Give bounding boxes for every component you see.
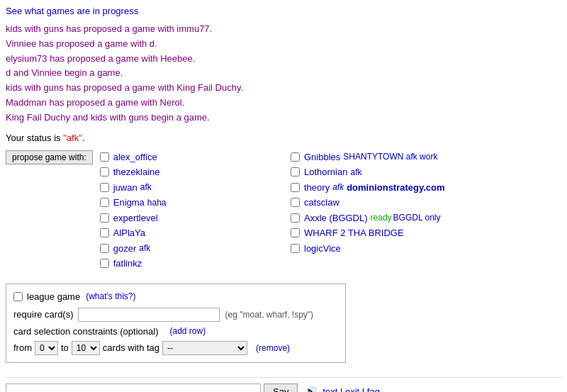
eg-text: (eg "moat, wharf, !spy") [225, 310, 314, 320]
from-to-row: from 012345 to 012345678910 cards with t… [13, 341, 338, 355]
activity-line-5: kids with guns has proposed a game with … [6, 81, 561, 96]
status-value: "afk" [63, 133, 82, 143]
list-item: fatlinkz [100, 257, 167, 271]
cards-label: cards with tag [103, 342, 159, 353]
player-name[interactable]: theory [304, 181, 330, 195]
player-name[interactable]: WHARF 2 THA BRIDGE [304, 226, 404, 240]
player-checkbox[interactable] [291, 167, 300, 177]
player-link[interactable]: dominionstrategy.com [347, 181, 444, 195]
player-name[interactable]: gozer [113, 242, 137, 256]
activity-line-2: Vinniee has proposed a game with d. [6, 37, 561, 52]
player-status: SHANTYTOWN afk work [343, 150, 437, 163]
player-name[interactable]: expertlevel [113, 211, 158, 225]
player-status: haha [147, 196, 167, 209]
list-item: juwan afk [100, 181, 167, 195]
see-games-link[interactable]: See what games are in progress [6, 6, 561, 16]
list-item: AlPlaYa [100, 226, 167, 240]
require-row: require card(s) (eg "moat, wharf, !spy") [13, 308, 338, 322]
require-label: require card(s) [13, 309, 74, 320]
list-item: alex_office [100, 150, 167, 164]
list-item: thezeklaine [100, 165, 167, 179]
whats-this-link[interactable]: (what's this?) [86, 291, 135, 301]
status-line: Your status is "afk". [6, 133, 561, 143]
player-name[interactable]: Axxle (BGGDL) [304, 211, 368, 225]
constraints-row: card selection constraints (optional) (a… [13, 326, 338, 337]
player-checkbox[interactable] [100, 167, 109, 177]
bottom-links: text | exit | faq [322, 386, 380, 392]
player-checkbox[interactable] [100, 259, 109, 268]
status-prefix: Your status is [6, 133, 63, 143]
player-status: afk [350, 166, 361, 179]
player-checkbox[interactable] [100, 213, 109, 223]
player-checkbox[interactable] [100, 152, 109, 162]
propose-row: propose game with: alex_office thezeklai… [6, 150, 276, 272]
list-item: Enigma haha [100, 196, 167, 210]
left-player-list: alex_office thezeklaine juwan afk Enigma… [100, 150, 167, 272]
list-item: gozer afk [100, 242, 167, 256]
player-name[interactable]: juwan [113, 181, 137, 195]
player-status: afk [139, 242, 150, 254]
player-checkbox[interactable] [291, 152, 300, 162]
player-checkbox[interactable] [100, 244, 109, 253]
separator-1: | [340, 386, 345, 392]
faq-link[interactable]: faq [367, 386, 380, 392]
right-column: Gnibbles SHANTYTOWN afk work Lothornian … [291, 150, 561, 276]
from-select[interactable]: 012345 [35, 341, 58, 355]
list-item: Lothornian afk [291, 165, 561, 179]
list-item: catsclaw [291, 196, 561, 210]
list-item: theory afk dominionstrategy.com [291, 181, 561, 195]
activity-line-1: kids with guns has proposed a game with … [6, 22, 561, 37]
remove-link[interactable]: (remove) [256, 343, 290, 353]
right-player-list: Gnibbles SHANTYTOWN afk work Lothornian … [291, 150, 561, 256]
to-select[interactable]: 012345678910 [72, 341, 100, 355]
activity-log: kids with guns has proposed a game with … [6, 22, 561, 125]
player-checkbox[interactable] [291, 244, 300, 253]
options-box: league game (what's this?) require card(… [6, 284, 346, 363]
tag-select[interactable]: -- [162, 341, 247, 355]
player-name[interactable]: Lothornian [304, 165, 347, 179]
exit-link[interactable]: exit [345, 386, 359, 392]
from-label: from [13, 342, 32, 353]
player-name[interactable]: logicVice [304, 242, 341, 256]
player-name[interactable]: fatlinkz [113, 257, 142, 271]
activity-line-6: Maddman has proposed a game with Nerol. [6, 96, 561, 111]
player-name[interactable]: thezeklaine [113, 165, 160, 179]
require-input[interactable] [78, 308, 220, 322]
ready-status: ready [371, 211, 392, 224]
player-checkbox[interactable] [100, 183, 109, 192]
say-button[interactable]: Say [264, 383, 298, 392]
list-item: Gnibbles SHANTYTOWN afk work [291, 150, 561, 164]
add-row-link[interactable]: (add row) [170, 326, 206, 336]
player-checkbox[interactable] [100, 198, 109, 207]
list-item: expertlevel [100, 211, 167, 225]
list-item: logicVice [291, 242, 561, 256]
activity-line-4: d and Vinniee begin a game. [6, 66, 561, 81]
list-item: Axxle (BGGDL) ready BGGDL only [291, 211, 561, 225]
league-label: league game [27, 291, 80, 302]
chat-input[interactable] [6, 383, 261, 392]
player-name[interactable]: alex_office [113, 150, 157, 164]
bggdl-status: BGGDL only [393, 211, 441, 224]
left-column: propose game with: alex_office thezeklai… [6, 150, 276, 276]
player-checkbox[interactable] [291, 183, 300, 192]
league-row: league game (what's this?) [13, 291, 338, 302]
text-link[interactable]: text [322, 386, 337, 392]
player-name[interactable]: Gnibbles [304, 150, 340, 164]
player-checkbox[interactable] [291, 198, 300, 207]
sound-icon[interactable]: 🔊 [305, 386, 317, 392]
activity-line-7: King Fail Duchy and kids with guns begin… [6, 111, 561, 125]
player-checkbox[interactable] [291, 228, 300, 237]
player-checkbox[interactable] [100, 228, 109, 237]
list-item: WHARF 2 THA BRIDGE [291, 226, 561, 240]
player-name[interactable]: AlPlaYa [113, 226, 145, 240]
player-status: afk [140, 181, 152, 194]
player-afk-status: afk [332, 181, 344, 194]
league-checkbox[interactable] [13, 292, 23, 301]
player-name[interactable]: catsclaw [304, 196, 339, 210]
propose-button[interactable]: propose game with: [6, 150, 93, 164]
player-name[interactable]: Enigma [113, 196, 145, 210]
activity-line-3: elysium73 has proposed a game with Heebe… [6, 52, 561, 67]
player-checkbox[interactable] [291, 213, 300, 223]
bottom-bar: Say 🔊 text | exit | faq [6, 377, 561, 392]
separator-2: | [362, 386, 367, 392]
